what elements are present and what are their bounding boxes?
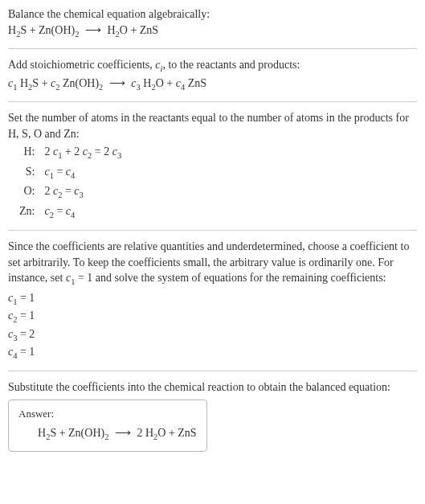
element-label: Zn: [14, 203, 39, 222]
list-item: c2 = 1 [8, 308, 417, 326]
reaction-arrow-icon: ⟶ [112, 427, 134, 439]
element-equation: 2 c1 + 2 c2 = 2 c3 [39, 143, 126, 162]
solve-section: Since the coefficients are relative quan… [8, 239, 417, 363]
reaction-plain: H2S + Zn(OH)2 ⟶ H2O + ZnS [8, 23, 417, 40]
balanced-equation: H2S + Zn(OH)2 ⟶ 2 H2O + ZnS [18, 425, 197, 443]
atoms-intro: Set the number of atoms in the reactants… [8, 110, 417, 141]
stoich-section: Add stoichiometric coefficients, ci, to … [8, 57, 417, 93]
element-equation: c2 = c4 [39, 203, 126, 222]
divider [8, 101, 417, 102]
choose-text: Since the coefficients are relative quan… [8, 239, 417, 289]
list-item: c3 = 2 [8, 326, 417, 344]
answer-section: Substitute the coefficients into the che… [8, 379, 417, 452]
element-label: S: [14, 163, 39, 182]
reaction-arrow-icon: ⟶ [82, 24, 104, 36]
coefficient-solutions: c1 = 1 c2 = 1 c3 = 2 c4 = 1 [8, 290, 417, 363]
element-equation: c1 = c4 [39, 163, 126, 182]
divider [8, 371, 417, 371]
reaction-with-coefficients: c1 H2S + c2 Zn(OH)2 ⟶ c3 H2O + c4 ZnS [8, 76, 417, 93]
element-equation: 2 c2 = c3 [39, 182, 126, 202]
reaction-arrow-icon: ⟶ [106, 77, 129, 89]
element-label: O: [14, 182, 39, 202]
table-row: H: 2 c1 + 2 c2 = 2 c3 [14, 143, 126, 162]
atom-balance-section: Set the number of atoms in the reactants… [8, 110, 417, 222]
table-row: Zn: c2 = c4 [14, 203, 126, 222]
table-row: O: 2 c2 = c3 [14, 182, 126, 202]
divider [8, 230, 417, 231]
element-label: H: [14, 143, 39, 162]
substitute-text: Substitute the coefficients into the che… [8, 379, 417, 395]
intro-line1: Balance the chemical equation algebraica… [8, 6, 417, 23]
answer-box: Answer: H2S + Zn(OH)2 ⟶ 2 H2O + ZnS [8, 400, 207, 452]
reactant-h2s: H2S + Zn(OH)2 [8, 24, 79, 36]
table-row: S: c1 = c4 [14, 163, 126, 182]
answer-label: Answer: [18, 407, 197, 421]
list-item: c4 = 1 [8, 344, 417, 362]
list-item: c1 = 1 [8, 290, 417, 308]
balance-equations-table: H: 2 c1 + 2 c2 = 2 c3 S: c1 = c4 O: 2 c2… [14, 143, 126, 222]
stoich-intro: Add stoichiometric coefficients, ci, to … [8, 57, 417, 75]
divider [8, 48, 417, 49]
intro-section: Balance the chemical equation algebraica… [8, 6, 417, 40]
product-h2o-zns: H2O + ZnS [107, 24, 158, 36]
